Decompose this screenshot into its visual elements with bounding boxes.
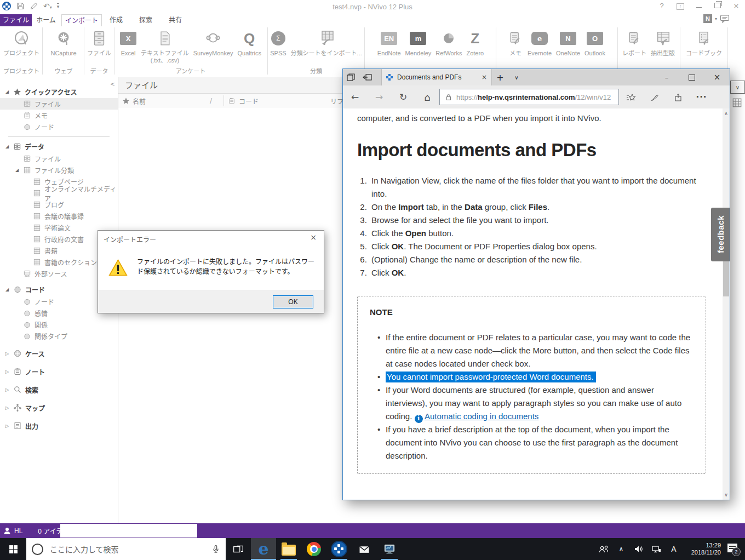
taskbar-clock[interactable]: 13:29 2018/11/20	[685, 542, 721, 556]
microphone-icon[interactable]	[211, 545, 220, 553]
url-field[interactable]: https://help-nv.qsrinternational.com/12/…	[439, 89, 619, 105]
tab-share[interactable]: 共有	[161, 14, 190, 26]
tab-preview-chevron-icon[interactable]: ∨	[508, 69, 525, 85]
expand-icon[interactable]: ◢	[4, 287, 10, 292]
help-button[interactable]: ?	[656, 2, 667, 10]
project-button[interactable]: プロジェクト	[2, 27, 41, 58]
annotate-pen-icon[interactable]	[643, 92, 666, 102]
comment-bubble-icon[interactable]	[720, 14, 730, 23]
people-icon[interactable]	[597, 545, 610, 553]
browser-tab[interactable]: Documents and PDFs ×	[381, 69, 492, 85]
ime-indicator[interactable]: A	[667, 545, 680, 553]
collapsed-icon[interactable]: ▷	[4, 405, 10, 410]
mendeley-button[interactable]: mMendeley	[404, 27, 433, 58]
action-center-icon[interactable]: 2	[725, 543, 740, 555]
spss-button[interactable]: ΣSPSS	[269, 27, 287, 58]
sidebar-item-quick-files[interactable]: ファイル	[0, 98, 118, 110]
qualtrics-button[interactable]: QQualtrics	[237, 27, 262, 65]
sidebar-item-files[interactable]: ファイル	[0, 153, 118, 164]
sidebar-section-search[interactable]: ▷検索	[0, 383, 118, 396]
network-icon[interactable]	[650, 545, 663, 553]
dialog-close-icon[interactable]: ×	[307, 233, 319, 242]
collapsed-icon[interactable]: ▷	[4, 424, 10, 428]
scroll-down-icon[interactable]: ∨	[723, 492, 730, 498]
refresh-icon[interactable]: ↻	[391, 92, 415, 102]
sidebar-item-online-multimedia[interactable]: オンラインマルチメディア	[0, 187, 118, 199]
sidebar-section-quick-access[interactable]: ◢クイックアクセス	[0, 85, 118, 98]
collapsed-icon[interactable]: ▷	[4, 369, 10, 374]
sidebar-item-relationships[interactable]: 関係	[0, 319, 118, 330]
restore-tabs-icon[interactable]	[359, 69, 376, 85]
sidebar-section-notes[interactable]: ▷ノート	[0, 365, 118, 378]
surveymonkey-button[interactable]: SurveyMonkey	[192, 27, 234, 65]
collapse-sidebar-icon[interactable]: <	[110, 81, 115, 88]
sidebar-section-output[interactable]: ▷出力	[0, 419, 118, 432]
sidebar-item-file-classifications[interactable]: ◢ファイル分類	[0, 164, 118, 176]
sidebar-item-quick-memos[interactable]: メモ	[0, 110, 118, 121]
outlook-button[interactable]: OOutlook	[583, 27, 606, 58]
automatic-coding-link[interactable]: Automatic coding in documents	[425, 412, 538, 421]
grid-view-icon[interactable]	[731, 97, 743, 108]
browser-close-button[interactable]: ×	[704, 69, 730, 85]
sidebar-section-maps[interactable]: ▷マップ	[0, 401, 118, 414]
taskbar-chrome-icon[interactable]	[301, 538, 326, 560]
expand-icon[interactable]: ◢	[4, 89, 10, 94]
set-aside-tabs-icon[interactable]	[343, 69, 359, 85]
tab-file[interactable]: ファイル	[0, 14, 32, 26]
ok-button[interactable]: OK	[273, 295, 313, 308]
browser-scrollbar[interactable]: ∧ ∨	[723, 108, 730, 500]
collapsed-icon[interactable]: ▷	[4, 387, 10, 392]
sidebar-item-quick-nodes[interactable]: ノード	[0, 121, 118, 133]
taskbar-explorer-icon[interactable]	[276, 538, 301, 560]
zotero-button[interactable]: ZZotero	[465, 27, 485, 58]
memo-import-button[interactable]: メモ	[507, 27, 524, 58]
refworks-button[interactable]: RefWorks	[434, 27, 463, 58]
task-view-button[interactable]	[226, 538, 251, 560]
excel-button[interactable]: XExcel	[119, 27, 137, 65]
start-button[interactable]	[0, 538, 26, 560]
endnote-button[interactable]: ENEndNote	[376, 27, 402, 58]
taskbar-edge-icon[interactable]: e	[251, 538, 276, 560]
forward-icon[interactable]: →	[367, 92, 391, 102]
expand-icon[interactable]: ◢	[4, 144, 10, 149]
browser-content[interactable]: computer, and is converted to a PDF when…	[343, 108, 723, 500]
home-icon[interactable]: ⌂	[415, 92, 439, 103]
column-code[interactable]: コード	[239, 96, 259, 106]
hidden-icons-chevron[interactable]: ∧	[615, 545, 628, 553]
import-classification-sheet-button[interactable]: 分類シートをインポート...	[290, 27, 363, 58]
onenote-tool-group[interactable]: N ▾	[703, 14, 730, 23]
settings-ellipsis-icon[interactable]: ···	[690, 92, 713, 102]
expand-icon[interactable]: ◢	[14, 168, 20, 173]
detail-view-combobox[interactable]: ∨	[730, 81, 745, 94]
sidebar-section-data[interactable]: ◢データ	[0, 140, 118, 153]
sidebar-item-meeting-minutes[interactable]: 会議の議事録	[0, 210, 118, 222]
files-import-button[interactable]: ファイル	[86, 27, 112, 58]
report-import-button[interactable]: レポート	[621, 27, 647, 58]
onenote-tool-icon[interactable]: N	[703, 14, 712, 23]
collapsed-icon[interactable]: ▷	[4, 351, 10, 356]
text-file-button[interactable]: テキストファイル (.txt、.csv)	[140, 27, 190, 65]
ribbon-pin-button[interactable]: ↑	[675, 1, 686, 10]
tab-explore[interactable]: 探索	[131, 14, 160, 26]
browser-minimize-button[interactable]: –	[654, 69, 679, 85]
sidebar-section-cases[interactable]: ▷ケース	[0, 347, 118, 360]
onenote-button[interactable]: NOneNote	[555, 27, 581, 58]
ncapture-button[interactable]: NCapture	[49, 27, 77, 58]
close-button[interactable]: ×	[731, 2, 742, 10]
taskbar-nvivo-icon[interactable]	[326, 538, 352, 560]
new-tab-icon[interactable]: +	[492, 69, 508, 85]
minimize-button[interactable]	[694, 2, 704, 10]
share-icon[interactable]	[666, 92, 690, 102]
codebook-import-button[interactable]: コードブック	[685, 27, 723, 58]
volume-icon[interactable]	[632, 545, 645, 553]
feedback-tab[interactable]: feedback	[711, 208, 730, 261]
taskbar-search-box[interactable]: ここに入力して検索	[26, 538, 226, 560]
favorites-icon[interactable]	[619, 92, 643, 102]
taskbar-system-tool-icon[interactable]	[377, 538, 402, 560]
tab-close-icon[interactable]: ×	[482, 73, 487, 81]
browser-maximize-button[interactable]	[679, 69, 704, 85]
evernote-button[interactable]: eEvernote	[526, 27, 553, 58]
tab-home[interactable]: ホーム	[32, 14, 60, 26]
back-icon[interactable]: ←	[343, 92, 367, 102]
column-references[interactable]: リフ	[330, 96, 343, 106]
